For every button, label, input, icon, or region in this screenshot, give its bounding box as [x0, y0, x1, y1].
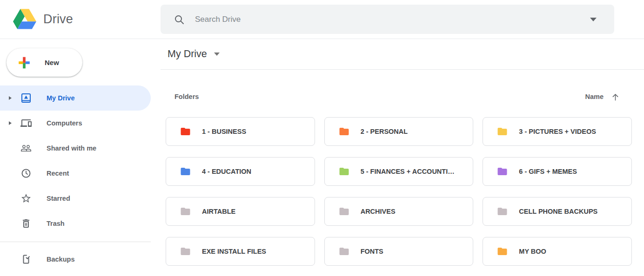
folder-card[interactable]: 2 - PERSONAL [324, 117, 474, 146]
sort-by-name-label[interactable]: Name [585, 93, 604, 100]
folder-grid: 1 - BUSINESS 2 - PERSONAL 3 - PICTURES +… [166, 117, 632, 266]
google-drive-app: Drive New [0, 0, 644, 276]
sidebar-item-label: Starred [47, 195, 70, 202]
title-dropdown-caret-icon[interactable] [214, 53, 220, 56]
folder-name: ARCHIVES [361, 208, 396, 215]
clock-icon [20, 168, 32, 179]
folder-icon [179, 206, 192, 217]
folder-name: CELL PHONE BACKUPS [519, 208, 597, 215]
search-options-caret-icon[interactable] [590, 18, 597, 21]
folder-icon [496, 246, 509, 257]
sidebar-footer: Backups [0, 247, 161, 272]
star-icon [20, 193, 32, 204]
folder-name: 4 - EDUCATION [202, 168, 251, 175]
search-input[interactable] [195, 15, 590, 24]
app-title: Drive [43, 12, 73, 26]
sidebar-item-my-drive[interactable]: My Drive [0, 85, 151, 111]
sidebar: New My Drive [0, 39, 161, 276]
sidebar-item-recent[interactable]: Recent [0, 161, 151, 186]
sidebar-item-backups[interactable]: Backups [0, 247, 151, 272]
expand-arrow-icon[interactable] [8, 96, 13, 100]
people-icon [20, 143, 32, 154]
folder-name: FONTS [361, 248, 383, 255]
my-drive-icon [20, 92, 32, 104]
sidebar-item-starred[interactable]: Starred [0, 186, 151, 211]
plus-icon [16, 55, 32, 71]
folder-icon [179, 166, 192, 177]
folder-icon [338, 126, 350, 137]
folder-card[interactable]: ARCHIVES [324, 197, 474, 226]
folder-name: 3 - PICTURES + VIDEOS [519, 128, 596, 135]
expand-arrow-icon[interactable] [8, 121, 13, 125]
new-button-label: New [45, 59, 59, 66]
folders-section-header: Folders Name [174, 84, 632, 110]
sidebar-item-label: Trash [47, 220, 65, 227]
folder-card[interactable]: EXE INSTALL FILES [166, 237, 315, 266]
sidebar-divider [0, 242, 151, 242]
folder-card[interactable]: 5 - FINANCES + ACCOUNTI… [324, 157, 474, 186]
folder-icon [179, 246, 192, 257]
sidebar-item-label: Recent [47, 170, 69, 177]
folder-name: 5 - FINANCES + ACCOUNTI… [361, 168, 455, 175]
folder-icon [179, 126, 192, 137]
folder-card[interactable]: CELL PHONE BACKUPS [483, 197, 632, 226]
folder-icon [496, 206, 509, 217]
folder-card[interactable]: 1 - BUSINESS [166, 117, 315, 146]
page-title[interactable]: My Drive [168, 48, 207, 60]
folder-card[interactable]: MY BOO [483, 237, 632, 266]
sort-ascending-arrow-icon[interactable] [611, 92, 620, 101]
folder-card[interactable]: AIRTABLE [166, 197, 315, 226]
main-content: My Drive Folders Name 1 - BUSINESS 2 - [161, 39, 644, 276]
sort-control[interactable]: Name [585, 92, 620, 101]
sidebar-item-label: My Drive [47, 94, 74, 102]
sidebar-item-label: Computers [47, 119, 82, 127]
search-icon[interactable] [174, 14, 185, 25]
sidebar-nav: My Drive Computers Shared with me [0, 85, 161, 236]
folder-icon [496, 166, 509, 177]
search-bar[interactable] [161, 5, 614, 34]
folder-name: EXE INSTALL FILES [202, 248, 266, 255]
folder-name: AIRTABLE [202, 208, 235, 215]
computers-icon [20, 118, 32, 129]
sidebar-item-trash[interactable]: Trash [0, 211, 151, 236]
location-title-row: My Drive [161, 39, 644, 70]
folder-name: 6 - GIFS + MEMES [519, 168, 577, 175]
folder-icon [496, 126, 509, 137]
sidebar-item-label: Backups [47, 256, 74, 263]
folder-name: 2 - PERSONAL [361, 128, 408, 135]
folder-card[interactable]: 3 - PICTURES + VIDEOS [483, 117, 632, 146]
backups-icon [20, 254, 32, 265]
top-header: Drive [0, 0, 644, 39]
folder-card[interactable]: 6 - GIFS + MEMES [483, 157, 632, 186]
folder-icon [338, 206, 350, 217]
folder-icon [338, 166, 350, 177]
folder-icon [338, 246, 350, 257]
new-button[interactable]: New [7, 48, 82, 77]
sidebar-item-shared-with-me[interactable]: Shared with me [0, 136, 151, 161]
trash-icon [20, 218, 32, 229]
folders-section-label: Folders [174, 93, 199, 100]
sidebar-item-computers[interactable]: Computers [0, 111, 151, 136]
drive-logo[interactable]: Drive [13, 6, 73, 32]
drive-logo-icon [13, 9, 36, 29]
folder-name: 1 - BUSINESS [202, 128, 246, 135]
folder-card[interactable]: 4 - EDUCATION [166, 157, 315, 186]
folder-card[interactable]: FONTS [324, 237, 474, 266]
sidebar-item-label: Shared with me [47, 145, 96, 152]
folder-name: MY BOO [519, 248, 546, 255]
